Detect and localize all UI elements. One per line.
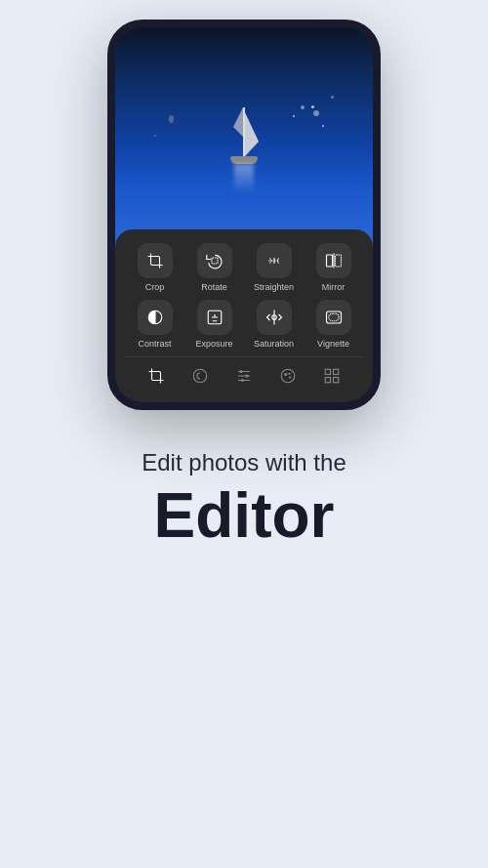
rotate-icon — [197, 243, 232, 278]
svg-rect-28 — [333, 378, 338, 383]
svg-rect-27 — [325, 378, 330, 383]
rotate-label: Rotate — [201, 282, 227, 292]
contrast-tool[interactable]: Contrast — [128, 300, 182, 349]
title-text: Editor — [142, 484, 346, 547]
rotate-tool[interactable]: Rotate — [187, 243, 241, 292]
crop-icon — [138, 243, 173, 278]
vignette-tool[interactable]: Vignette — [306, 300, 360, 349]
svg-point-19 — [245, 375, 248, 378]
color-nav-icon[interactable] — [187, 363, 213, 393]
svg-point-14 — [193, 369, 207, 383]
svg-rect-13 — [328, 313, 339, 321]
contrast-icon — [138, 300, 173, 335]
straighten-label: Straighten — [254, 282, 294, 292]
contrast-label: Contrast — [138, 339, 171, 349]
svg-point-23 — [288, 373, 290, 375]
crop-tool[interactable]: Crop — [128, 243, 182, 292]
straighten-tool[interactable]: Straighten — [247, 243, 301, 292]
exposure-icon — [197, 300, 232, 335]
saturation-icon — [257, 300, 292, 335]
text-section: Edit photos with the Editor — [112, 449, 375, 547]
vignette-icon — [316, 300, 351, 335]
vignette-label: Vignette — [317, 339, 349, 349]
mirror-tool[interactable]: Mirror — [306, 243, 360, 292]
svg-rect-25 — [325, 369, 330, 374]
straighten-icon — [257, 243, 292, 278]
saturation-label: Saturation — [254, 339, 294, 349]
mirror-label: Mirror — [322, 282, 346, 292]
grid-nav-icon[interactable] — [319, 363, 345, 393]
mirror-icon — [316, 243, 351, 278]
photo-area — [115, 27, 373, 252]
exposure-tool[interactable]: Exposure — [187, 300, 241, 349]
paint-nav-icon[interactable] — [275, 363, 301, 393]
exposure-label: Exposure — [195, 339, 232, 349]
crop-label: Crop — [145, 282, 165, 292]
subtitle-text: Edit photos with the — [142, 449, 346, 476]
crop-nav-icon[interactable] — [143, 363, 169, 393]
tools-row-2: Contrast Exposure Saturation — [125, 300, 363, 349]
svg-rect-3 — [326, 255, 332, 267]
phone-mockup: Crop Rotate Straighten — [107, 0, 381, 410]
bottom-nav — [125, 356, 363, 393]
svg-rect-0 — [212, 258, 218, 264]
svg-point-21 — [281, 369, 295, 383]
svg-rect-26 — [333, 369, 338, 374]
adjust-nav-icon[interactable] — [231, 363, 257, 393]
edit-panel: Crop Rotate Straighten — [115, 229, 373, 402]
svg-point-20 — [241, 379, 244, 382]
svg-point-24 — [289, 376, 291, 378]
svg-point-22 — [284, 373, 287, 376]
phone-frame: Crop Rotate Straighten — [107, 20, 381, 410]
tools-row-1: Crop Rotate Straighten — [125, 243, 363, 292]
saturation-tool[interactable]: Saturation — [247, 300, 301, 349]
svg-point-18 — [239, 370, 242, 373]
svg-rect-4 — [335, 255, 341, 267]
